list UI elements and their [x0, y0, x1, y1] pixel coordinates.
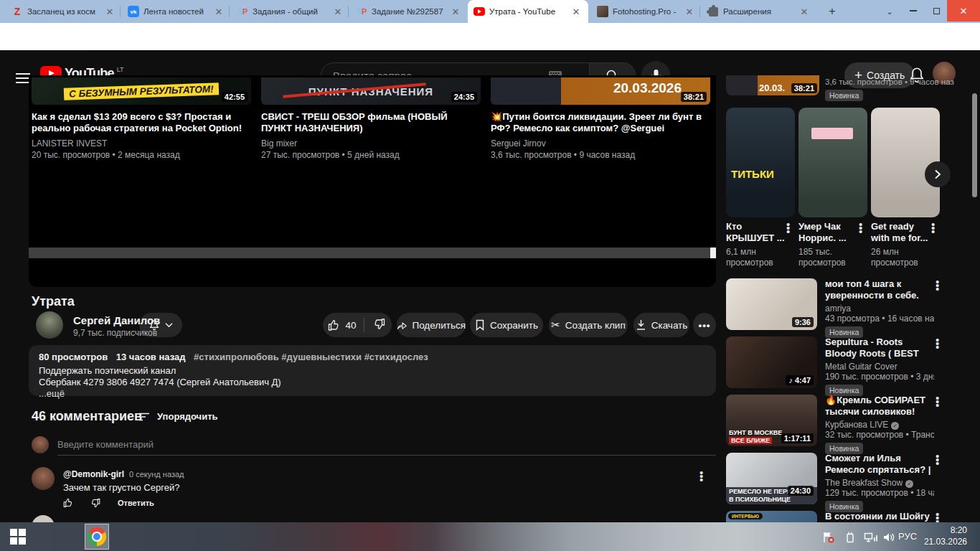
- sidebar-video-item[interactable]: ♪ 4:47 Sepultura - Roots Bloody Roots ( …: [726, 336, 954, 391]
- video-menu-dots-icon[interactable]: •••: [936, 454, 939, 465]
- sidebar-video-title[interactable]: мои топ 4 шага к уверенности в себе.: [825, 278, 934, 301]
- tab-close-icon[interactable]: ✕: [451, 6, 461, 17]
- endscreen-thumbnail[interactable]: 20.03.2026 38:21: [491, 77, 710, 105]
- video-menu-dots-icon[interactable]: •••: [936, 512, 939, 522]
- window-minimize-button[interactable]: [903, 0, 924, 22]
- sidebar-video-item[interactable]: ИНТЕРВЬЮ В состоянии ли Шойгу •••: [726, 511, 954, 522]
- tray-volume-icon[interactable]: [882, 531, 895, 543]
- endscreen-thumbnail[interactable]: С БЕЗУМНЫМ РЕЗУЛЬТАТОМ! 42:55: [32, 77, 251, 105]
- hashtags[interactable]: #стихипролюбовь #душевныестихи #стихидос…: [194, 352, 428, 362]
- sidebar-video-thumbnail[interactable]: ♪ 4:47: [726, 336, 817, 388]
- taskbar-clock[interactable]: 8:20 21.03.2026: [924, 524, 967, 547]
- endscreen-card[interactable]: С БЕЗУМНЫМ РЕЗУЛЬТАТОМ! 42:55 Как я сдел…: [32, 77, 251, 160]
- sidebar-video-channel[interactable]: Курбанова LIVE: [825, 420, 888, 430]
- endscreen-title[interactable]: Как я сделал $13 209 всего с $3? Простая…: [32, 111, 251, 134]
- window-close-button[interactable]: ✕: [947, 0, 980, 22]
- short-thumbnail[interactable]: ТИТЬКИ: [726, 108, 795, 217]
- sidebar-video-item[interactable]: БУНТ В МОСКВЕ ВСЕ БЛИЖЕ 1:17:11 🔥Кремль …: [726, 395, 954, 449]
- endscreen-card[interactable]: 20.03.2026 38:21 💥Путин боится ликвидаци…: [491, 77, 710, 160]
- comment-like-icon[interactable]: [63, 498, 73, 508]
- comment-author[interactable]: @Demonik-girl: [63, 469, 124, 479]
- download-button[interactable]: Скачать: [633, 313, 689, 337]
- endscreen-channel[interactable]: Serguei Jirnov: [491, 138, 710, 149]
- taskbar-chrome-button[interactable]: [85, 524, 109, 550]
- more-actions-button[interactable]: •••: [693, 313, 716, 337]
- sidebar-video-title[interactable]: 🔥Кремль СОБИРАЕТ тысячи силовиков! Проте…: [825, 395, 934, 418]
- language-indicator[interactable]: РУС: [898, 531, 917, 542]
- sidebar-video-thumbnail[interactable]: 20.03. 38:21: [726, 75, 819, 95]
- description-box[interactable]: 80 просмотров 13 часов назад #стихипролю…: [29, 345, 716, 396]
- tray-network-icon[interactable]: [864, 531, 877, 543]
- short-title[interactable]: Умер Чак Норрис. ...: [798, 221, 857, 244]
- endscreen-title[interactable]: 💥Путин боится ликвидации. Зреет ли бунт …: [491, 111, 710, 134]
- sidebar-video-thumbnail[interactable]: БУНТ В МОСКВЕ ВСЕ БЛИЖЕ 1:17:11: [726, 395, 817, 446]
- share-button[interactable]: Поделиться: [397, 313, 466, 337]
- video-menu-dots-icon[interactable]: •••: [936, 280, 939, 291]
- new-tab-button[interactable]: +: [824, 4, 841, 19]
- reply-button[interactable]: Ответить: [118, 499, 154, 507]
- browser-tab-fotohosting[interactable]: Fotohosting.Pro - ✕: [591, 0, 700, 23]
- show-more-link[interactable]: ...ещё: [39, 388, 706, 400]
- sidebar-video-title[interactable]: Sepultura - Roots Bloody Roots ( BEST ME…: [825, 336, 934, 359]
- short-menu-dots-icon[interactable]: •••: [786, 222, 790, 233]
- player-progress-bar[interactable]: [29, 248, 716, 258]
- comment-dislike-icon[interactable]: [90, 498, 100, 508]
- sidebar-video-item[interactable]: 9:36 мои топ 4 шага к уверенности в себе…: [726, 278, 954, 333]
- dislike-button[interactable]: [364, 318, 390, 332]
- sidebar-video-title[interactable]: Сможет ли Илья Ремесло спрятаться? | Оль…: [825, 453, 934, 476]
- browser-tab-tasks[interactable]: SP Задания - общий ✕: [231, 0, 349, 23]
- sidebar-video-title[interactable]: В состоянии ли Шойгу: [825, 511, 934, 522]
- browser-tab-youtube-active[interactable]: Утрата - YouTube ✕: [468, 0, 588, 23]
- tab-close-icon[interactable]: ✕: [684, 6, 694, 17]
- sidebar-video-channel[interactable]: The Breakfast Show: [825, 478, 903, 488]
- short-title[interactable]: Кто КРЫШУЕТ ...: [726, 221, 785, 244]
- notification-preference-button[interactable]: [139, 313, 182, 337]
- comment-input-placeholder[interactable]: Введите комментарий: [57, 439, 154, 450]
- short-thumbnail[interactable]: [871, 108, 940, 217]
- video-menu-dots-icon[interactable]: •••: [936, 396, 939, 407]
- endscreen-title[interactable]: СВИСТ - ТРЕШ ОБЗОР фильма (НОВЫЙ ПУНКТ Н…: [261, 111, 481, 134]
- sidebar-video-thumbnail[interactable]: 9:36: [726, 278, 817, 330]
- endscreen-channel[interactable]: Big mixer: [261, 138, 481, 149]
- sidebar-video-item[interactable]: РЕМЕСЛО НЕ ПЕРВЫЙ В ПСИХБОЛЬНИЦЕ 24:30 С…: [726, 453, 954, 507]
- endscreen-card[interactable]: ПУНКТ НАЗНАЧЕНИЯ 24:35 СВИСТ - ТРЕШ ОБЗО…: [261, 77, 481, 160]
- sidebar-video-thumbnail[interactable]: ИНТЕРВЬЮ: [726, 511, 817, 522]
- tray-flag-icon[interactable]: [822, 531, 835, 543]
- comment-menu-dots-icon[interactable]: •••: [699, 471, 703, 481]
- verified-icon: ✓: [891, 422, 899, 430]
- tab-close-icon[interactable]: ✕: [799, 6, 809, 17]
- tab-close-icon[interactable]: ✕: [571, 6, 581, 17]
- sidebar-video-channel[interactable]: Metal Guitar Cover: [825, 362, 934, 372]
- browser-tab-vk[interactable]: vk Лента новостей ✕: [122, 0, 230, 23]
- like-button[interactable]: 40: [325, 319, 363, 331]
- tab-close-icon[interactable]: ✕: [214, 6, 224, 17]
- tab-close-icon[interactable]: ✕: [333, 6, 343, 17]
- comment-avatar[interactable]: [32, 467, 55, 490]
- short-menu-dots-icon[interactable]: •••: [931, 222, 935, 233]
- short-thumbnail[interactable]: [798, 108, 867, 217]
- hamburger-menu-icon[interactable]: [16, 70, 30, 86]
- save-button[interactable]: Сохранить: [470, 313, 543, 337]
- video-menu-dots-icon[interactable]: •••: [936, 338, 939, 349]
- browser-tab-extensions[interactable]: Расширения ✕: [702, 0, 815, 23]
- browser-tab-zen[interactable]: Z Засланец из косм ✕: [6, 0, 121, 23]
- sidebar-video-channel[interactable]: amriya: [825, 303, 934, 314]
- start-button[interactable]: [10, 529, 26, 545]
- browser-tab-task-292587[interactable]: SP Задание №292587 ✕: [350, 0, 466, 23]
- tab-close-icon[interactable]: ✕: [105, 6, 115, 17]
- tray-power-icon[interactable]: [844, 531, 857, 543]
- page-scrollbar-thumb[interactable]: [972, 93, 977, 197]
- shorts-scroll-right-button[interactable]: [925, 161, 951, 187]
- endscreen-thumbnail[interactable]: ПУНКТ НАЗНАЧЕНИЯ 24:35: [261, 77, 481, 105]
- window-restore-button[interactable]: [925, 0, 947, 22]
- sidebar-video-thumbnail[interactable]: РЕМЕСЛО НЕ ПЕРВЫЙ В ПСИХБОЛЬНИЦЕ 24:30: [726, 453, 817, 504]
- endscreen-channel[interactable]: LANISTER INVEST: [32, 138, 251, 149]
- comment-time[interactable]: 0 секунд назад: [129, 470, 184, 479]
- short-title[interactable]: Get ready with me for...: [871, 221, 930, 244]
- channel-avatar[interactable]: [36, 311, 63, 339]
- video-player[interactable]: С БЕЗУМНЫМ РЕЗУЛЬТАТОМ! 42:55 Как я сдел…: [29, 75, 716, 287]
- sort-comments-button[interactable]: Упорядочить: [138, 411, 218, 422]
- create-clip-button[interactable]: ✂ Создать клип: [549, 313, 628, 337]
- tab-search-chevron[interactable]: ⌄: [881, 4, 898, 19]
- short-menu-dots-icon[interactable]: •••: [859, 222, 862, 233]
